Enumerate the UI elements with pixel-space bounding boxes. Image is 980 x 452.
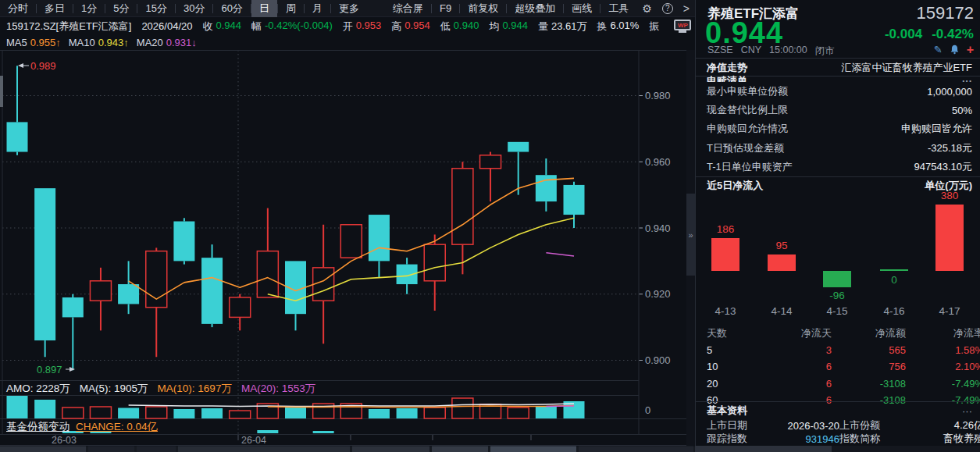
edit-icon[interactable]: ✎ bbox=[934, 44, 943, 55]
share-change-label: CHANGE: 0.04亿 bbox=[76, 420, 158, 434]
basic-value[interactable]: 931946 bbox=[761, 433, 839, 445]
net-inflow-table: 天数净流天净流额净流率535651.58%1067562.10%206-3108… bbox=[707, 325, 972, 409]
gear-icon[interactable]: ⚙ bbox=[636, 2, 657, 15]
period-tab-60分[interactable]: 60分 bbox=[213, 0, 250, 17]
basic-info-row: 跟踪指数931946指数简称畜牧养殖 bbox=[707, 432, 972, 445]
field-value: 23.61万 bbox=[551, 20, 587, 34]
svg-text:0.980: 0.980 bbox=[645, 90, 671, 101]
field-value: 0.940 bbox=[454, 20, 479, 34]
flow-bar-value: 186 bbox=[702, 223, 749, 235]
fund-detail-row: 最小申赎单位份额1,000,000 bbox=[707, 84, 972, 99]
ma-label: MA10 bbox=[69, 37, 95, 48]
flow-bar-date: 4-13 bbox=[702, 305, 749, 317]
wp-widget-icon[interactable]: WP bbox=[674, 20, 691, 33]
flow-table-row: 206-3108-7.49% bbox=[707, 375, 972, 393]
security-code: 159172 bbox=[917, 3, 974, 23]
period-tab-分时[interactable]: 分时 bbox=[0, 0, 36, 17]
symbol-label: 159172.SZ[养殖ETF汇添富] bbox=[6, 20, 131, 34]
period-tab-30分[interactable]: 30分 bbox=[176, 0, 212, 17]
net-inflow-chart: 1864-13954-14-964-1504-163804-17 bbox=[696, 194, 980, 322]
currency-label: CNY bbox=[741, 44, 761, 58]
cell-amount: -3108 bbox=[832, 378, 906, 390]
field-label: 高 bbox=[391, 20, 401, 34]
trade-date: 2026/04/20 bbox=[141, 20, 192, 32]
x-axis-label: 26-04 bbox=[241, 435, 266, 446]
flow-bar-4-14 bbox=[768, 254, 796, 271]
chart-horizontal-scrollbar[interactable] bbox=[0, 447, 695, 452]
period-tab-更多[interactable]: 更多 bbox=[331, 0, 367, 17]
svg-text:0.920: 0.920 bbox=[645, 288, 671, 300]
change-percent: -0.42% bbox=[932, 27, 974, 42]
period-tabs: 分时多日1分5分15分30分60分日周月更多 bbox=[0, 0, 367, 17]
flow-table-row: 1067562.10% bbox=[707, 358, 972, 375]
redemption-list-title: 申赎清单 bbox=[707, 75, 747, 82]
ma-label: MA5 bbox=[6, 37, 27, 48]
flow-table-header-cell: 净流率 bbox=[906, 326, 980, 340]
chevron-right-icon[interactable]: > bbox=[678, 2, 695, 15]
flow-title: 近5日净流入 bbox=[707, 179, 763, 193]
amo-segment: MA(5): 1905万 bbox=[80, 382, 148, 396]
toolbar-item-F9[interactable]: F9 bbox=[432, 0, 459, 17]
alert-bell-icon[interactable] bbox=[950, 44, 960, 55]
ma-indicator-MA5: MA50.955↑ bbox=[6, 37, 61, 48]
basic-label: 跟踪指数 bbox=[707, 432, 761, 446]
toolbar-item-工具[interactable]: 工具 bbox=[600, 0, 636, 17]
period-tab-日[interactable]: 日 bbox=[251, 0, 277, 17]
quote-time: 15:00:00 bbox=[769, 44, 807, 58]
period-tab-15分[interactable]: 15分 bbox=[137, 0, 174, 17]
period-toolbar: 分时多日1分5分15分30分60分日周月更多 综合屏F9前复权超级叠加画线工具 … bbox=[0, 0, 695, 17]
toolbar-item-画线[interactable]: 画线 bbox=[564, 0, 600, 17]
change-value: -0.004 bbox=[885, 27, 922, 42]
svg-text:0.960: 0.960 bbox=[645, 156, 671, 168]
toolbar-item-前复权[interactable]: 前复权 bbox=[460, 0, 506, 17]
exchange-label: SZSE bbox=[707, 44, 733, 58]
toolbar-tools: 综合屏F9前复权超级叠加画线工具 ⚙ ? > bbox=[385, 0, 695, 17]
basic-info-title: 基本资料 bbox=[707, 404, 747, 418]
x-axis-label: 26-03 bbox=[52, 435, 77, 446]
basic-label: 指数简称 bbox=[839, 432, 910, 446]
field-label: 量 bbox=[538, 20, 548, 34]
add-to-watchlist-icon[interactable]: + bbox=[967, 45, 974, 55]
panel-horizontal-scrollbar[interactable] bbox=[695, 446, 980, 452]
cell-netdays: 6 bbox=[754, 361, 832, 372]
ma-label: MA20 bbox=[137, 37, 163, 48]
detail-value: 申购赎回皆允许 bbox=[901, 122, 972, 136]
toolbar-item-综合屏[interactable]: 综合屏 bbox=[385, 0, 431, 17]
period-tab-多日[interactable]: 多日 bbox=[37, 0, 73, 17]
field-label: 开 bbox=[343, 20, 353, 34]
toolbar-item-超级叠加[interactable]: 超级叠加 bbox=[507, 0, 563, 17]
flow-bar-4-17 bbox=[935, 205, 964, 271]
quote-info-bar: 159172.SZ[养殖ETF汇添富] 2026/04/20 收0.944幅-0… bbox=[0, 17, 695, 35]
cell-pct: 1.58% bbox=[906, 344, 980, 356]
period-tab-5分[interactable]: 5分 bbox=[105, 0, 137, 17]
redemption-list-header[interactable]: 申赎清单 ··· bbox=[707, 75, 972, 82]
period-tab-周[interactable]: 周 bbox=[278, 0, 304, 17]
detail-label: 申购赎回允许情况 bbox=[707, 122, 788, 136]
candles-layer bbox=[7, 66, 585, 370]
flow-table-header-cell: 天数 bbox=[707, 326, 754, 340]
more-icon[interactable]: ··· bbox=[962, 75, 972, 82]
cell-amount: 565 bbox=[832, 344, 906, 356]
amo-segment: AMO: 2228万 bbox=[6, 382, 70, 396]
basic-info-header[interactable]: 基本资料 ··· bbox=[707, 404, 972, 417]
volume-layer: 0 bbox=[7, 396, 651, 418]
quote-field-收: 收0.944 bbox=[202, 20, 241, 34]
flow-table-header-cell: 净流额 bbox=[832, 326, 906, 340]
amo-segment: MA(20): 1553万 bbox=[241, 382, 315, 396]
quote-field-换: 换6.01% bbox=[597, 20, 639, 34]
cell-pct: -7.49% bbox=[906, 378, 980, 390]
panel-scrollbar-thumb[interactable] bbox=[695, 446, 832, 452]
panel-collapse-button[interactable]: » bbox=[686, 194, 695, 276]
cell-days: 20 bbox=[707, 378, 754, 390]
quote-field-振: 振 bbox=[649, 20, 662, 34]
quote-field-幅: 幅-0.42%(-0.004) bbox=[251, 20, 333, 34]
quote-header: 养殖ETF汇添富 159172 0.944 -0.004 -0.42% SZSE… bbox=[695, 0, 980, 59]
more-icon[interactable]: ··· bbox=[962, 405, 972, 417]
grid-layer: 0.9800.9600.9400.9200.900 bbox=[2, 50, 671, 434]
help-icon[interactable]: ? bbox=[662, 3, 673, 14]
period-tab-月[interactable]: 月 bbox=[305, 0, 330, 17]
nav-trend-header[interactable]: 净值走势 汇添富中证畜牧养殖产业ETF bbox=[707, 62, 972, 74]
period-tab-1分[interactable]: 1分 bbox=[73, 0, 105, 17]
flow-bar-date: 4-15 bbox=[814, 305, 861, 317]
cell-netdays: 6 bbox=[754, 378, 832, 390]
